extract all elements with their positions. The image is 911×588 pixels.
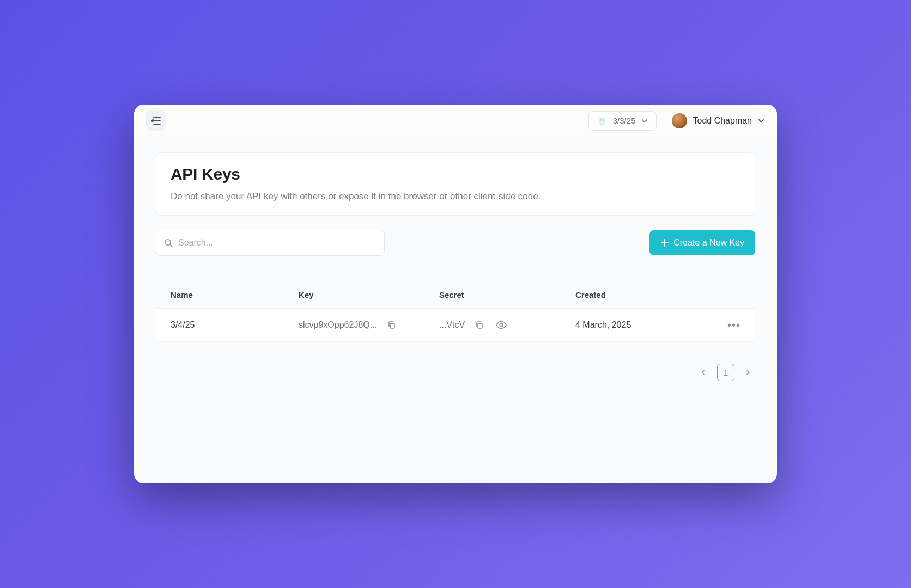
svg-point-13 (500, 323, 503, 327)
search-input[interactable] (178, 238, 376, 248)
row-actions-menu[interactable]: ••• (702, 319, 740, 332)
table-header-row: Name Key Secret Created (156, 281, 755, 309)
pagination-next[interactable] (741, 365, 755, 379)
eye-icon (496, 321, 507, 329)
api-keys-table: Name Key Secret Created 3/4/25 slcvp9xOp… (156, 281, 755, 342)
chevron-down-icon (757, 117, 765, 125)
pagination-page-label: 1 (724, 368, 728, 377)
cell-created: 4 March, 2025 (575, 320, 702, 330)
col-header-created: Created (575, 290, 702, 299)
topbar: 3/3/25 Todd Chapman (134, 105, 777, 137)
svg-point-4 (599, 118, 602, 120)
chevron-down-icon (641, 117, 648, 125)
svg-rect-11 (390, 323, 394, 328)
pagination: 1 (156, 364, 755, 381)
chevron-left-icon (700, 369, 707, 376)
row-created-value: 4 March, 2025 (575, 320, 631, 330)
mascot-icon (597, 115, 608, 126)
user-name-label: Todd Chapman (693, 116, 752, 126)
svg-rect-12 (478, 323, 482, 328)
copy-icon (387, 321, 396, 329)
page-title: API Keys (171, 165, 740, 183)
more-horizontal-icon: ••• (727, 319, 740, 331)
user-menu[interactable]: Todd Chapman (672, 113, 765, 128)
page-header: API Keys Do not share your API key with … (156, 152, 755, 216)
copy-secret-button[interactable] (472, 318, 487, 332)
date-picker-label: 3/3/25 (613, 116, 636, 125)
menu-collapse-icon (151, 117, 161, 125)
page-subtitle: Do not share your API key with others or… (171, 191, 740, 202)
create-key-label: Create a New Key (673, 238, 744, 248)
row-secret-value: ...VtcV (439, 320, 465, 330)
chevron-right-icon (745, 369, 751, 376)
search-box[interactable] (156, 230, 385, 256)
cell-secret: ...VtcV (439, 318, 575, 332)
svg-point-6 (600, 120, 604, 124)
create-key-button[interactable]: Create a New Key (649, 230, 755, 255)
copy-key-button[interactable] (385, 318, 399, 332)
table-row: 3/4/25 slcvp9xOpp62J8Q... ...Vtc (156, 309, 755, 341)
col-header-secret: Secret (439, 290, 575, 299)
cell-key: slcvp9xOpp62J8Q... (299, 318, 439, 332)
pagination-prev[interactable] (696, 365, 710, 379)
cell-name: 3/4/25 (171, 320, 299, 330)
copy-icon (475, 321, 484, 329)
col-header-name: Name (171, 290, 299, 299)
plus-icon (660, 238, 669, 247)
svg-point-5 (603, 118, 605, 120)
search-icon (164, 238, 173, 247)
toolbar: Create a New Key (156, 230, 755, 256)
row-name-value: 3/4/25 (171, 320, 195, 330)
svg-line-8 (170, 244, 172, 247)
reveal-secret-button[interactable] (494, 318, 508, 332)
row-key-value: slcvp9xOpp62J8Q... (299, 320, 377, 330)
avatar (672, 113, 687, 128)
date-picker[interactable]: 3/3/25 (588, 111, 657, 131)
col-header-key: Key (299, 290, 439, 299)
content-area: API Keys Do not share your API key with … (134, 137, 777, 483)
app-window: 3/3/25 Todd Chapman API Keys Do not shar… (134, 105, 777, 483)
pagination-page-current[interactable]: 1 (717, 364, 734, 381)
sidebar-toggle-button[interactable] (146, 111, 166, 131)
